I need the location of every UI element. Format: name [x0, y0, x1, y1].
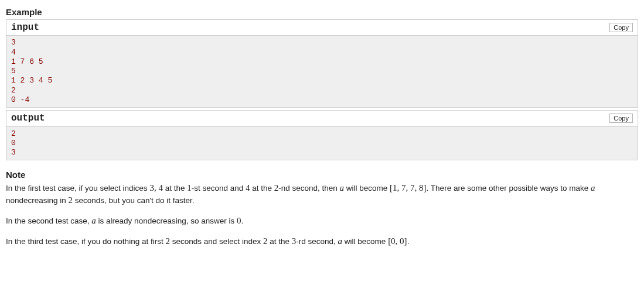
math-number: 2 — [263, 236, 268, 246]
note-section: Note In the first test case, if you sele… — [6, 169, 638, 248]
text: -rd second, — [296, 237, 338, 246]
copy-output-button[interactable]: Copy — [609, 114, 633, 123]
text: . There are some other possible ways to … — [427, 184, 591, 193]
text: . — [241, 216, 243, 225]
text: In the second test case, — [6, 216, 91, 225]
text: at the — [163, 184, 187, 193]
text: In the third test case, if you do nothin… — [6, 237, 165, 246]
math-number: 1 — [187, 183, 192, 193]
math-number: 2 — [69, 195, 73, 205]
math-indices: 3, 4 — [149, 183, 163, 193]
note-paragraph-2: In the second test case, a is already no… — [6, 215, 638, 227]
math-var-a: a — [340, 183, 345, 193]
input-header: input Copy — [6, 20, 638, 36]
output-header: output Copy — [6, 111, 638, 126]
copy-input-button[interactable]: Copy — [609, 23, 633, 32]
text: will become — [344, 184, 390, 193]
text: seconds and select index — [170, 237, 263, 246]
input-label: input — [11, 21, 39, 34]
input-block: input Copy 3 4 1 7 6 5 5 1 2 3 4 5 2 0 -… — [6, 19, 638, 108]
output-label: output — [11, 112, 45, 125]
text: at the — [268, 237, 292, 246]
math-var-a: a — [591, 183, 595, 193]
math-number: 2 — [165, 236, 170, 246]
example-section: Example input Copy 3 4 1 7 6 5 5 1 2 3 4… — [6, 6, 638, 160]
text: In the first test case, if you select in… — [6, 184, 149, 193]
note-paragraph-3: In the third test case, if you do nothin… — [6, 235, 638, 248]
text: -st second and — [192, 184, 246, 193]
math-var-a: a — [338, 236, 343, 246]
text: nondecreasing in — [6, 196, 69, 205]
math-var-a: a — [91, 216, 96, 225]
output-block: output Copy 2 0 3 — [6, 110, 638, 160]
math-array: [1, 7, 7, 8] — [390, 183, 427, 193]
text: at the — [250, 184, 274, 193]
input-content: 3 4 1 7 6 5 5 1 2 3 4 5 2 0 -4 — [6, 36, 638, 107]
output-content: 2 0 3 — [6, 127, 638, 160]
note-paragraph-1: In the first test case, if you select in… — [6, 182, 638, 207]
text: . — [407, 237, 410, 246]
text: -nd second, then — [278, 184, 339, 193]
example-title: Example — [6, 6, 638, 18]
note-title: Note — [6, 169, 638, 181]
note-body: In the first test case, if you select in… — [6, 182, 638, 248]
text: is already nondecreasing, so answer is — [96, 216, 237, 225]
text: will become — [342, 237, 388, 246]
math-array: [0, 0] — [388, 236, 407, 246]
text: seconds, but you can't do it faster. — [73, 196, 194, 205]
